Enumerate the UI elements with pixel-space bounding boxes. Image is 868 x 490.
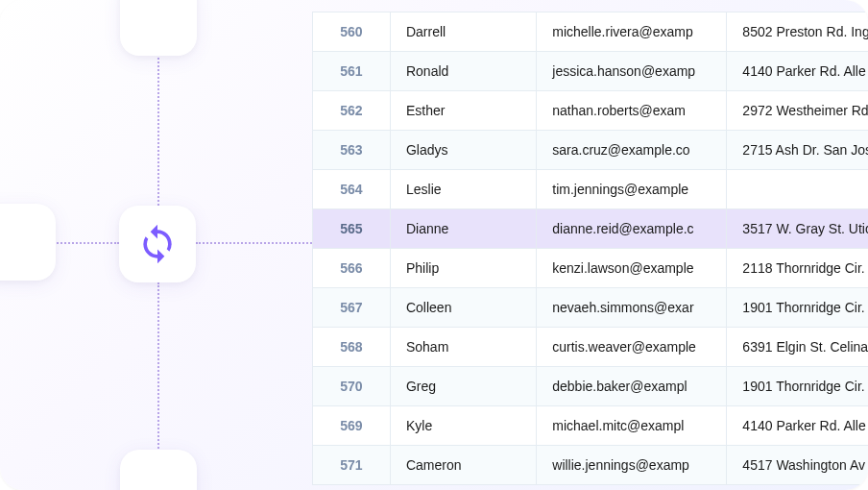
row-address: 4140 Parker Rd. Alle bbox=[727, 406, 868, 446]
sync-icon bbox=[136, 223, 179, 265]
row-name: Darrell bbox=[390, 12, 536, 52]
row-address: 2118 Thornridge Cir. bbox=[727, 249, 868, 288]
table-row[interactable]: 564Leslietim.jennings@example bbox=[313, 170, 869, 209]
connector-right bbox=[196, 242, 312, 244]
row-name: Soham bbox=[390, 328, 536, 367]
row-name: Cameron bbox=[390, 446, 536, 485]
row-address: 1901 Thornridge Cir. bbox=[727, 367, 868, 406]
row-email: tim.jennings@example bbox=[537, 170, 727, 209]
row-email: willie.jennings@examp bbox=[537, 446, 727, 485]
table-row[interactable]: 571Cameronwillie.jennings@examp4517 Wash… bbox=[313, 446, 869, 485]
table-row[interactable]: 566Philipkenzi.lawson@example2118 Thornr… bbox=[313, 249, 869, 288]
row-address: 8502 Preston Rd. Ing bbox=[727, 12, 868, 52]
node-bottom bbox=[120, 450, 197, 490]
table-row[interactable]: 567Colleennevaeh.simmons@exar1901 Thornr… bbox=[313, 288, 869, 328]
node-left bbox=[0, 204, 56, 281]
row-email: nevaeh.simmons@exar bbox=[537, 288, 727, 328]
table-row[interactable]: 570Gregdebbie.baker@exampl1901 Thornridg… bbox=[313, 367, 869, 406]
row-email: curtis.weaver@example bbox=[537, 328, 727, 367]
row-id: 570 bbox=[313, 367, 391, 406]
row-address: 1901 Thornridge Cir. bbox=[727, 288, 868, 328]
data-table: 560Darrellmichelle.rivera@examp8502 Pres… bbox=[312, 12, 868, 485]
row-id: 569 bbox=[313, 406, 391, 446]
row-email: debbie.baker@exampl bbox=[537, 367, 727, 406]
row-id: 562 bbox=[313, 91, 391, 131]
row-address: 3517 W. Gray St. Utic bbox=[727, 209, 868, 249]
row-id: 565 bbox=[313, 209, 391, 249]
row-id: 563 bbox=[313, 131, 391, 170]
row-id: 561 bbox=[313, 52, 391, 91]
row-email: nathan.roberts@exam bbox=[537, 91, 727, 131]
row-address: 2972 Westheimer Rd bbox=[727, 91, 868, 131]
row-id: 567 bbox=[313, 288, 391, 328]
row-id: 571 bbox=[313, 446, 391, 485]
table-row[interactable]: 560Darrellmichelle.rivera@examp8502 Pres… bbox=[313, 12, 869, 52]
table-row[interactable]: 568Sohamcurtis.weaver@example6391 Elgin … bbox=[313, 328, 869, 367]
row-id: 566 bbox=[313, 249, 391, 288]
table-row[interactable]: 562Esthernathan.roberts@exam2972 Westhei… bbox=[313, 91, 869, 131]
table-row[interactable]: 565Diannedianne.reid@example.c3517 W. Gr… bbox=[313, 209, 869, 249]
row-id: 568 bbox=[313, 328, 391, 367]
row-id: 564 bbox=[313, 170, 391, 209]
row-name: Esther bbox=[390, 91, 536, 131]
table-row[interactable]: 563Gladyssara.cruz@example.co2715 Ash Dr… bbox=[313, 131, 869, 170]
node-sync bbox=[119, 206, 196, 282]
node-top bbox=[120, 0, 197, 56]
row-email: michael.mitc@exampl bbox=[537, 406, 727, 446]
row-email: michelle.rivera@examp bbox=[537, 12, 727, 52]
row-address: 6391 Elgin St. Celina bbox=[727, 328, 868, 367]
row-address: 4140 Parker Rd. Alle bbox=[727, 52, 868, 91]
table-row[interactable]: 569Kylemichael.mitc@exampl4140 Parker Rd… bbox=[313, 406, 869, 446]
row-address: 2715 Ash Dr. San Jos bbox=[727, 131, 868, 170]
row-address bbox=[727, 170, 868, 209]
row-name: Kyle bbox=[390, 406, 536, 446]
table-row[interactable]: 561Ronaldjessica.hanson@examp4140 Parker… bbox=[313, 52, 869, 91]
diagram-canvas: 560Darrellmichelle.rivera@examp8502 Pres… bbox=[0, 0, 868, 490]
row-email: dianne.reid@example.c bbox=[537, 209, 727, 249]
row-name: Colleen bbox=[390, 288, 536, 328]
row-id: 560 bbox=[313, 12, 391, 52]
row-name: Gladys bbox=[390, 131, 536, 170]
row-address: 4517 Washington Av bbox=[727, 446, 868, 485]
row-email: jessica.hanson@examp bbox=[537, 52, 727, 91]
row-email: kenzi.lawson@example bbox=[537, 249, 727, 288]
row-name: Greg bbox=[390, 367, 536, 406]
row-name: Leslie bbox=[390, 170, 536, 209]
row-name: Dianne bbox=[390, 209, 536, 249]
row-name: Ronald bbox=[390, 52, 536, 91]
row-name: Philip bbox=[390, 249, 536, 288]
row-email: sara.cruz@example.co bbox=[537, 131, 727, 170]
